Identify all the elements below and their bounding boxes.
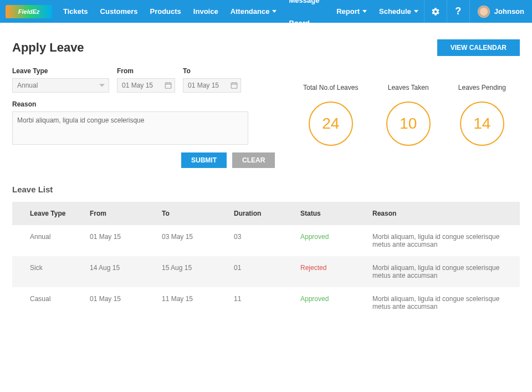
submit-button[interactable]: SUBMIT: [181, 152, 227, 168]
nav-item-tickets[interactable]: Tickets: [58, 0, 94, 23]
cell-type: Casual: [12, 287, 84, 318]
stat-circle: 14: [460, 101, 504, 146]
table-row: Sick14 Aug 1515 Aug 1501RejectedMorbi al…: [12, 256, 520, 287]
view-calendar-button[interactable]: VIEW CALENDAR: [437, 39, 520, 56]
nav-menu: TicketsCustomersProductsInvoiceAttendanc…: [58, 0, 424, 23]
cell-reason: Morbi aliquam, ligula id congue sceleris…: [367, 287, 520, 318]
chevron-down-icon: [414, 10, 418, 13]
nav-item-invoice[interactable]: Invoice: [188, 0, 224, 23]
cell-duration: 03: [228, 225, 295, 256]
title-row: Apply Leave VIEW CALENDAR: [12, 39, 520, 56]
chevron-down-icon: [362, 10, 367, 13]
leave-stats: Total No.of Leaves24Leaves Taken10Leaves…: [289, 67, 520, 168]
reason-group: Reason: [12, 100, 248, 145]
leave-list-title: Leave List: [12, 185, 520, 194]
table-header: Status: [295, 202, 367, 225]
stat-label: Leaves Taken: [386, 84, 431, 91]
leave-type-group: Leave Type: [12, 67, 109, 93]
cell-reason: Morbi aliquam, ligula id congue sceleris…: [367, 256, 520, 287]
reason-textarea[interactable]: [12, 111, 248, 145]
cell-duration: 11: [228, 287, 295, 318]
leave-type-label: Leave Type: [12, 67, 109, 75]
gear-icon: [431, 7, 440, 16]
cell-to: 11 May 15: [156, 287, 228, 318]
page-title: Apply Leave: [12, 40, 84, 55]
from-date-label: From: [117, 67, 175, 75]
cell-from: 14 Aug 15: [84, 256, 156, 287]
apply-leave-form: Leave Type From To: [12, 67, 289, 168]
table-header: Reason: [367, 202, 520, 225]
nav-item-attendance[interactable]: Attendance: [225, 0, 283, 23]
settings-button[interactable]: [424, 0, 447, 23]
cell-to: 15 Aug 15: [156, 256, 228, 287]
cell-from: 01 May 15: [84, 225, 156, 256]
stat-item: Leaves Taken10: [386, 84, 431, 168]
svg-rect-0: [165, 83, 171, 89]
logo[interactable]: FieldEz: [6, 5, 52, 18]
form-buttons: SUBMIT CLEAR: [181, 152, 289, 168]
stat-value: 14: [473, 115, 490, 133]
status-badge: Approved: [300, 233, 329, 241]
calendar-icon: [231, 82, 238, 89]
stat-value: 24: [322, 115, 339, 133]
profile-menu[interactable]: Johnson: [469, 0, 532, 23]
nav-item-message-board[interactable]: Message Board: [283, 0, 330, 23]
stat-item: Leaves Pending14: [458, 84, 506, 168]
table-header: To: [156, 202, 228, 225]
table-row: Annual01 May 1503 May 1503ApprovedMorbi …: [12, 225, 520, 256]
cell-duration: 01: [228, 256, 295, 287]
chevron-down-icon: [272, 10, 277, 13]
stat-label: Total No.of Leaves: [303, 84, 358, 91]
top-nav: FieldEz TicketsCustomersProductsInvoiceA…: [0, 0, 532, 23]
cell-reason: Morbi aliquam, ligula id congue sceleris…: [367, 225, 520, 256]
help-icon: ?: [455, 6, 461, 17]
table-row: Casual01 May 1511 May 1511ApprovedMorbi …: [12, 287, 520, 318]
status-badge: Approved: [300, 295, 329, 303]
cell-status: Approved: [295, 225, 367, 256]
form-stats-row: Leave Type From To: [12, 67, 520, 168]
table-header-row: Leave TypeFromToDurationStatusReason: [12, 202, 520, 225]
stat-value: 10: [400, 115, 417, 133]
nav-item-products[interactable]: Products: [145, 0, 187, 23]
avatar: [478, 6, 490, 18]
cell-type: Annual: [12, 225, 84, 256]
cell-status: Rejected: [295, 256, 367, 287]
nav-item-report[interactable]: Report: [331, 0, 372, 23]
table-header: Leave Type: [12, 202, 84, 225]
to-date-label: To: [183, 67, 241, 75]
nav-item-customers[interactable]: Customers: [95, 0, 144, 23]
calendar-icon: [165, 82, 172, 89]
header-right: ? Johnson: [424, 0, 532, 23]
cell-to: 03 May 15: [156, 225, 228, 256]
cell-from: 01 May 15: [84, 287, 156, 318]
chevron-down-icon: [99, 84, 105, 87]
reason-label: Reason: [12, 100, 248, 108]
table-header: Duration: [228, 202, 295, 225]
stat-item: Total No.of Leaves24: [303, 84, 358, 168]
table-header: From: [84, 202, 156, 225]
svg-rect-4: [231, 83, 237, 89]
stat-circle: 24: [309, 101, 353, 146]
to-date-group: To: [183, 67, 241, 93]
leave-list-table: Leave TypeFromToDurationStatusReason Ann…: [12, 202, 520, 318]
cell-type: Sick: [12, 256, 84, 287]
from-date-group: From: [117, 67, 175, 93]
clear-button[interactable]: CLEAR: [232, 152, 275, 168]
main-content: Apply Leave VIEW CALENDAR Leave Type Fro…: [0, 23, 532, 329]
nav-item-schedule[interactable]: Schedule: [374, 0, 424, 23]
leave-type-select[interactable]: [12, 78, 109, 93]
help-button[interactable]: ?: [447, 0, 469, 23]
user-name: Johnson: [494, 7, 524, 16]
stat-label: Leaves Pending: [458, 84, 506, 91]
stat-circle: 10: [386, 101, 431, 146]
cell-status: Approved: [295, 287, 367, 318]
status-badge: Rejected: [300, 264, 326, 272]
